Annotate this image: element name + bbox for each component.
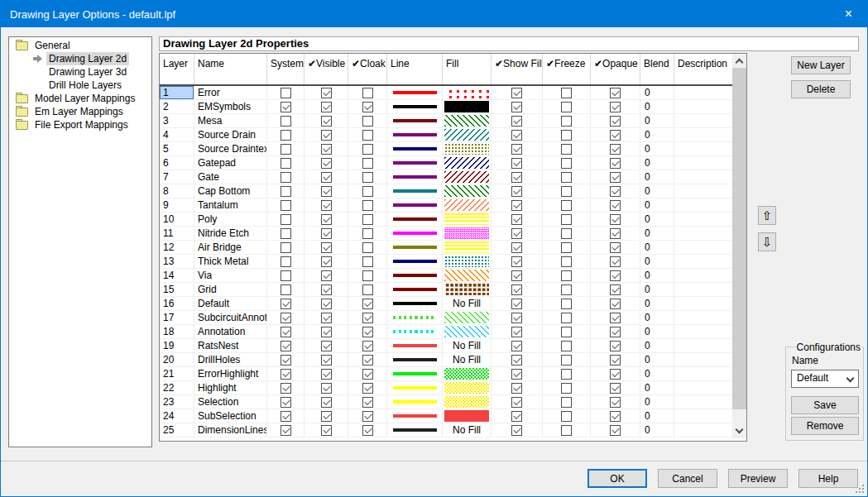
checkbox-cloak[interactable] <box>362 200 373 211</box>
checkbox-show-fill[interactable] <box>511 411 522 422</box>
checkbox-visible[interactable] <box>321 186 332 197</box>
cell-layer[interactable]: 24 <box>160 409 194 423</box>
cell-blend[interactable]: 0 <box>640 86 674 99</box>
cell-name[interactable]: SubcircuitAnnotati <box>194 311 267 324</box>
new-layer-button[interactable]: New Layer <box>791 56 851 74</box>
checkbox-freeze[interactable] <box>561 299 572 309</box>
checkbox-opaque[interactable] <box>610 256 621 267</box>
checkbox-visible[interactable] <box>321 102 332 112</box>
cell-name[interactable]: Source Draintext <box>194 142 267 155</box>
checkbox-visible[interactable] <box>321 369 332 380</box>
cell-description[interactable] <box>674 423 732 437</box>
cell-line[interactable] <box>387 395 443 409</box>
cell-blend[interactable]: 0 <box>640 114 674 127</box>
checkbox-opaque[interactable] <box>610 130 621 141</box>
cell-blend[interactable]: 0 <box>640 311 674 324</box>
checkbox-system[interactable] <box>281 172 291 183</box>
checkbox-cloak[interactable] <box>362 102 373 112</box>
cell-line[interactable] <box>387 241 443 254</box>
cell-line[interactable] <box>387 283 443 296</box>
cell-line[interactable] <box>387 339 443 352</box>
cell-name[interactable]: Grid <box>194 283 267 296</box>
cell-layer[interactable]: 15 <box>160 283 194 296</box>
checkbox-system[interactable] <box>281 425 291 436</box>
cell-name[interactable]: Tantalum <box>194 198 267 212</box>
cell-blend[interactable]: 0 <box>640 367 674 380</box>
cell-blend[interactable]: 0 <box>640 100 674 113</box>
cancel-button[interactable]: Cancel <box>658 469 717 488</box>
checkbox-opaque[interactable] <box>610 116 621 127</box>
checkbox-visible[interactable] <box>321 172 332 183</box>
cell-blend[interactable]: 0 <box>640 241 674 254</box>
cell-fill[interactable]: No Fill <box>443 339 492 352</box>
cell-line[interactable] <box>387 269 443 282</box>
preview-button[interactable]: Preview <box>728 469 788 488</box>
checkbox-freeze[interactable] <box>561 116 572 127</box>
cell-line[interactable] <box>387 213 443 226</box>
cell-blend[interactable]: 0 <box>640 170 674 184</box>
checkbox-opaque[interactable] <box>610 228 621 239</box>
cell-layer[interactable]: 19 <box>160 339 194 352</box>
checkbox-cloak[interactable] <box>362 88 373 98</box>
cell-fill[interactable] <box>443 100 492 113</box>
checkbox-visible[interactable] <box>321 200 332 211</box>
checkbox-show-fill[interactable] <box>511 214 522 225</box>
checkbox-visible[interactable] <box>321 341 332 351</box>
checkbox-freeze[interactable] <box>561 341 572 351</box>
cell-name[interactable]: Poly <box>194 213 267 226</box>
column-header-cloak[interactable]: ✔Cloak <box>348 54 387 84</box>
cell-line[interactable] <box>387 156 443 170</box>
cell-fill[interactable] <box>443 114 492 127</box>
checkbox-show-fill[interactable] <box>511 102 522 112</box>
cell-fill[interactable] <box>443 241 492 254</box>
cell-layer[interactable]: 9 <box>160 198 194 212</box>
checkbox-cloak[interactable] <box>362 172 373 183</box>
checkbox-visible[interactable] <box>321 355 332 366</box>
tree-item[interactable]: Drawing Layer 3d <box>9 65 151 79</box>
checkbox-cloak[interactable] <box>362 397 373 408</box>
cell-layer[interactable]: 13 <box>160 255 194 268</box>
cell-name[interactable]: Selection <box>194 395 267 409</box>
cell-fill[interactable] <box>443 184 492 198</box>
checkbox-visible[interactable] <box>321 88 332 98</box>
cell-layer[interactable]: 8 <box>160 184 194 198</box>
checkbox-opaque[interactable] <box>610 102 621 112</box>
cell-name[interactable]: Nitride Etch <box>194 227 267 240</box>
move-up-button[interactable]: ⇧ <box>758 206 776 225</box>
cell-description[interactable] <box>674 395 732 409</box>
checkbox-cloak[interactable] <box>362 313 373 323</box>
checkbox-show-fill[interactable] <box>511 425 522 436</box>
cell-fill[interactable]: No Fill <box>443 423 492 437</box>
cell-line[interactable] <box>387 423 443 437</box>
cell-line[interactable] <box>387 381 443 394</box>
checkbox-cloak[interactable] <box>362 411 373 422</box>
checkbox-cloak[interactable] <box>362 383 373 394</box>
cell-line[interactable] <box>387 311 443 324</box>
ok-button[interactable]: OK <box>587 469 647 488</box>
checkbox-opaque[interactable] <box>610 355 621 366</box>
checkbox-freeze[interactable] <box>561 383 572 394</box>
cell-description[interactable] <box>674 297 732 310</box>
column-header-system[interactable]: System <box>267 54 305 84</box>
cell-description[interactable] <box>674 339 732 352</box>
checkbox-show-fill[interactable] <box>511 341 522 351</box>
tree-item[interactable]: Em Layer Mappings <box>9 105 151 118</box>
checkbox-visible[interactable] <box>321 383 332 394</box>
cell-layer[interactable]: 3 <box>160 114 194 127</box>
cell-layer[interactable]: 21 <box>160 367 194 380</box>
checkbox-system[interactable] <box>281 228 291 239</box>
checkbox-system[interactable] <box>281 299 291 309</box>
checkbox-visible[interactable] <box>321 284 332 295</box>
checkbox-visible[interactable] <box>321 144 332 155</box>
checkbox-freeze[interactable] <box>561 88 572 98</box>
cell-blend[interactable]: 0 <box>640 283 674 296</box>
cell-fill[interactable]: No Fill <box>443 353 492 366</box>
checkbox-system[interactable] <box>281 214 291 225</box>
checkbox-system[interactable] <box>281 242 291 253</box>
cell-name[interactable]: Mesa <box>194 114 267 127</box>
checkbox-visible[interactable] <box>321 270 332 281</box>
tree-item[interactable]: File Export Mappings <box>9 118 151 131</box>
cell-blend[interactable]: 0 <box>640 227 674 240</box>
cell-name[interactable]: Highlight <box>194 381 267 394</box>
cell-blend[interactable]: 0 <box>640 255 674 268</box>
